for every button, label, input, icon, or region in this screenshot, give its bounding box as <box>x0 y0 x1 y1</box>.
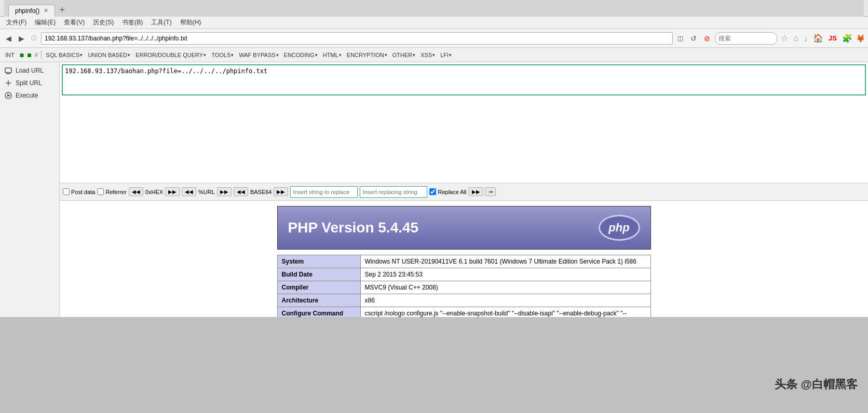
php-info-table: SystemWindows NT USER-20190411VE 6.1 bui… <box>277 255 651 317</box>
menu-view[interactable]: 查看(V) <box>60 17 89 28</box>
other-menu[interactable]: OTHER▾ <box>390 51 418 59</box>
execute-button[interactable]: Execute <box>0 89 59 102</box>
load-url-label: Load URL <box>16 67 44 74</box>
js-badge: JS <box>827 34 838 42</box>
menu-history[interactable]: 历史(S) <box>89 17 118 28</box>
back-button[interactable]: ◀ <box>3 33 14 44</box>
new-tab-button[interactable]: + <box>55 4 69 17</box>
svg-rect-0 <box>5 68 11 73</box>
menu-bookmarks[interactable]: 书签(B) <box>118 17 147 28</box>
home-icon[interactable]: ⌂ <box>792 34 800 43</box>
table-row: SystemWindows NT USER-20190411VE 6.1 bui… <box>277 255 650 268</box>
execute-icon <box>4 91 12 100</box>
home-nav-icon[interactable]: 🏠 <box>811 33 825 43</box>
menu-tools[interactable]: 工具(T) <box>147 17 175 28</box>
green-dot-1: ■ <box>19 51 25 59</box>
table-value: MSVC9 (Visual C++ 2008) <box>360 281 650 294</box>
split-url-label: Split URL <box>16 79 42 87</box>
base64-label: BASE64 <box>250 189 272 195</box>
info-icon: ⓘ <box>29 34 39 42</box>
error-double-query-menu[interactable]: ERROR/DOUBLE QUERY▾ <box>133 51 208 59</box>
split-url-button[interactable]: Split URL <box>0 77 59 89</box>
encryption-menu[interactable]: ENCRYPTION▾ <box>345 51 389 59</box>
table-row: CompilerMSVC9 (Visual C++ 2008) <box>277 281 650 294</box>
php-version-header: PHP Version 5.4.45 php <box>277 206 651 250</box>
menu-file[interactable]: 文件(F) <box>2 17 31 28</box>
url-right-arrow[interactable]: ▶▶ <box>217 187 232 196</box>
replace-right-arrow[interactable]: ▶▶ <box>469 187 483 196</box>
table-label: Configure Command <box>277 307 360 318</box>
active-tab[interactable]: phpinfo() ✕ <box>8 5 55 17</box>
search-input[interactable] <box>715 32 777 45</box>
union-based-menu[interactable]: UNION BASED▾ <box>86 51 132 59</box>
tab-title: phpinfo() <box>15 7 39 15</box>
address-input[interactable] <box>41 32 673 45</box>
replace-all-text: Replace All <box>438 189 466 195</box>
html-menu[interactable]: HTML▾ <box>321 51 344 59</box>
insert-replacing-input[interactable] <box>360 186 427 198</box>
table-label: System <box>277 255 360 268</box>
tools-menu[interactable]: TOOLS▾ <box>209 51 236 59</box>
referrer-checkbox[interactable] <box>97 188 104 195</box>
replace-all-checkbox[interactable] <box>429 188 436 195</box>
load-url-button[interactable]: Load URL <box>0 64 59 77</box>
lfi-menu[interactable]: LFI▾ <box>438 51 454 59</box>
url-left-arrow[interactable]: ◀◀ <box>182 187 196 196</box>
xss-menu[interactable]: XSS▾ <box>418 51 437 59</box>
table-value: cscript /nologo configure.js "--enable-s… <box>360 307 650 318</box>
forward-button[interactable]: ▶ <box>16 33 27 44</box>
hackbar-toolbar: INT ■ ■ # SQL BASICS▾ UNION BASED▾ ERROR… <box>0 48 868 62</box>
url-content-area: 192.168.93.137/baohan.php?file=../../../… <box>60 62 868 317</box>
addon-icon[interactable]: 🧩 <box>840 33 854 43</box>
post-data-checkbox-label[interactable]: Post data <box>63 188 95 195</box>
replace-all-label[interactable]: Replace All <box>429 188 466 195</box>
url-textarea[interactable]: 192.168.93.137/baohan.php?file=../../../… <box>62 64 866 95</box>
table-label: Build Date <box>277 268 360 281</box>
svg-marker-4 <box>7 94 10 97</box>
execute-label: Execute <box>16 92 38 99</box>
sep-1 <box>41 50 42 60</box>
bottom-toolbar: Post data Referrer ◀◀ 0xHEX ▶▶ ◀◀ %URL ▶… <box>60 183 868 201</box>
load-url-icon <box>4 66 12 75</box>
int-button[interactable]: INT <box>2 51 18 59</box>
reader-view-icon[interactable]: ◫ <box>675 34 686 43</box>
bookmark-star-icon[interactable]: ☆ <box>779 33 790 43</box>
address-actions: ☆ ⌂ ↓ 🏠 JS 🧩 🦊 <box>715 32 865 45</box>
menu-edit[interactable]: 编辑(E) <box>31 17 60 28</box>
menu-help[interactable]: 帮助(H) <box>176 17 206 28</box>
table-value: Windows NT USER-20190411VE 6.1 build 760… <box>360 255 650 268</box>
url-textarea-wrap: 192.168.93.137/baohan.php?file=../../../… <box>60 62 868 183</box>
referrer-label: Referrer <box>105 189 126 195</box>
table-value: x86 <box>360 294 650 307</box>
table-label: Compiler <box>277 281 360 294</box>
base64-right-arrow[interactable]: ▶▶ <box>274 187 288 196</box>
table-row: Architecturex86 <box>277 294 650 307</box>
hex-label: 0xHEX <box>145 189 163 195</box>
table-value: Sep 2 2015 23:45:53 <box>360 268 650 281</box>
sql-basics-menu[interactable]: SQL BASICS▾ <box>44 51 85 59</box>
content-area: PHP Version 5.4.45 php SystemWindows NT … <box>60 201 868 317</box>
hex-left-arrow[interactable]: ◀◀ <box>129 187 143 196</box>
post-data-checkbox[interactable] <box>63 188 70 195</box>
tab-close-button[interactable]: ✕ <box>44 7 48 14</box>
base64-left-arrow[interactable]: ◀◀ <box>234 187 248 196</box>
title-bar: phpinfo() ✕ + <box>0 0 868 17</box>
firefox-icon: 🦊 <box>856 34 865 43</box>
hex-right-arrow[interactable]: ▶▶ <box>165 187 180 196</box>
download-icon[interactable]: ↓ <box>802 34 809 43</box>
block-icon: ⊘ <box>701 33 713 44</box>
menu-bar: 文件(F) 编辑(E) 查看(V) 历史(S) 书签(B) 工具(T) 帮助(H… <box>0 17 868 29</box>
encoding-menu[interactable]: ENCODING▾ <box>282 51 320 59</box>
tab-bar: phpinfo() ✕ + <box>4 0 864 17</box>
url-label: %URL <box>198 189 215 195</box>
left-panel: Load URL Split URL Execute <box>0 62 60 317</box>
replace-double-arrow[interactable]: ⇒ <box>485 187 496 196</box>
insert-string-input[interactable] <box>290 186 358 198</box>
address-bar: ◀ ▶ ⓘ ◫ ↺ ⊘ ☆ ⌂ ↓ 🏠 JS 🧩 🦊 <box>0 29 868 48</box>
waf-bypass-menu[interactable]: WAF BYPASS▾ <box>237 51 280 59</box>
referrer-checkbox-label[interactable]: Referrer <box>97 188 126 195</box>
post-data-label: Post data <box>71 189 95 195</box>
hash-icon: # <box>34 51 39 59</box>
refresh-button[interactable]: ↺ <box>688 33 699 44</box>
table-label: Architecture <box>277 294 360 307</box>
